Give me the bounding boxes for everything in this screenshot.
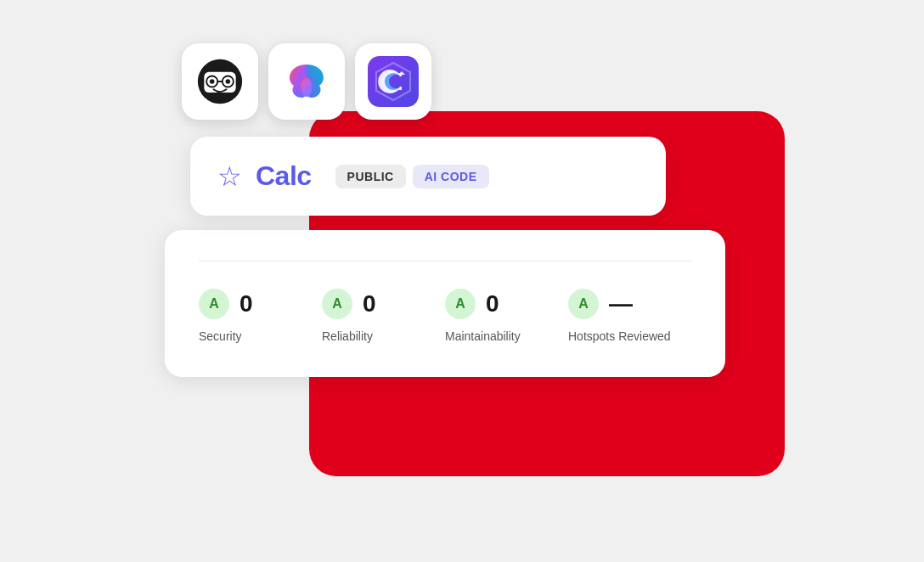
security-value: 0: [239, 290, 253, 318]
hotspots-label: Hotspots Reviewed: [568, 329, 671, 343]
svg-point-6: [226, 79, 231, 84]
hotspots-value: —: [609, 290, 633, 318]
metric-maintainability-top: A 0: [445, 289, 499, 319]
clockwise-app-icon[interactable]: [355, 43, 431, 120]
hotspots-grade-badge: A: [568, 289, 599, 319]
security-label: Security: [199, 329, 242, 343]
security-grade-badge: A: [199, 289, 229, 319]
svg-rect-1: [204, 72, 235, 93]
star-icon[interactable]: ☆: [217, 163, 242, 190]
ai-code-badge: AI CODE: [413, 165, 489, 188]
metric-maintainability: A 0 Maintainability: [445, 289, 568, 343]
clockwise-svg: [368, 56, 419, 107]
ghost-robot-app-icon[interactable]: [182, 43, 258, 120]
metrics-card: A 0 Security A 0 Reliability A 0 Main: [165, 230, 725, 377]
svg-rect-7: [199, 78, 203, 84]
metric-hotspots: A — Hotspots Reviewed: [568, 289, 691, 343]
metric-reliability-top: A 0: [322, 289, 376, 319]
project-name: Calc: [256, 160, 312, 192]
svg-rect-8: [238, 78, 242, 84]
ghost-robot-svg: [196, 58, 244, 105]
svg-point-5: [210, 79, 215, 84]
badges-container: PUBLIC AI CODE: [335, 165, 489, 188]
reliability-grade-badge: A: [322, 289, 352, 319]
app-icons-row: [182, 43, 431, 120]
public-badge: PUBLIC: [335, 165, 406, 188]
metrics-row: A 0 Security A 0 Reliability A 0 Main: [199, 289, 691, 343]
metric-hotspots-top: A —: [568, 289, 633, 319]
maintainability-value: 0: [486, 290, 499, 318]
copilot-app-icon[interactable]: [268, 43, 345, 120]
metric-reliability: A 0 Reliability: [322, 289, 445, 343]
maintainability-label: Maintainability: [445, 329, 521, 343]
header-card: ☆ Calc PUBLIC AI CODE: [190, 137, 666, 216]
reliability-label: Reliability: [322, 329, 373, 343]
main-scene: ☆ Calc PUBLIC AI CODE A 0 Security A 0: [165, 43, 759, 519]
svg-point-9: [300, 76, 313, 97]
card-divider: [199, 261, 691, 261]
reliability-value: 0: [363, 290, 376, 318]
metric-security-top: A 0: [199, 289, 253, 319]
copilot-svg: [281, 56, 332, 107]
maintainability-grade-badge: A: [445, 289, 476, 319]
metric-security: A 0 Security: [199, 289, 322, 343]
